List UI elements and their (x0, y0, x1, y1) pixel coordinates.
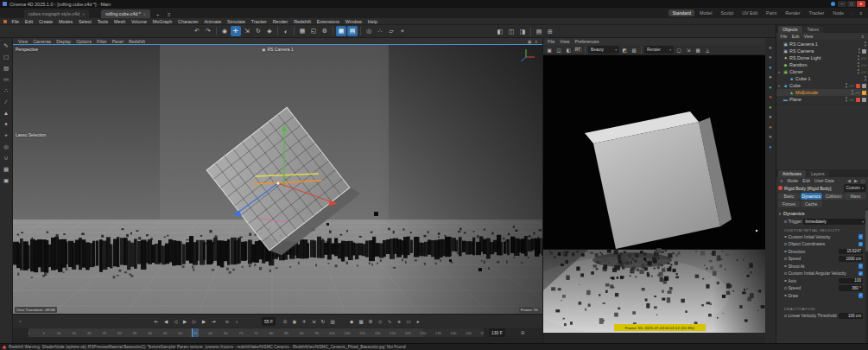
simulate-scene-toggle[interactable]: ▦ (336, 26, 346, 36)
visibility-dots[interactable] (865, 76, 866, 78)
layout-item-tracker[interactable]: Tracker (806, 10, 828, 16)
menu-select[interactable]: Select (75, 19, 94, 24)
object-item[interactable]: ▣RS Camera (776, 48, 868, 54)
model-mode-button[interactable]: ▢ (2, 52, 11, 61)
interface-menu-icon[interactable]: ≡ (858, 10, 865, 16)
attribute-tab-cache[interactable]: Cache (801, 200, 822, 207)
redo-button[interactable]: ↷ (203, 26, 213, 36)
quantize-toggle[interactable]: ∴ (375, 26, 385, 36)
range-end-field[interactable]: 130 F (489, 328, 505, 337)
tab-close-icon[interactable]: ✕ (143, 12, 146, 16)
menu-mesh[interactable]: Mesh (111, 19, 129, 24)
workplane-toggle[interactable]: ▱ (386, 26, 396, 36)
layout-single-view-button[interactable]: ◧ (495, 27, 505, 37)
viewport-solo-button[interactable]: ◎ (2, 142, 11, 151)
record-keyframe-button[interactable]: ⊙ (281, 316, 289, 326)
enabled-checks-icon[interactable]: ✓✓ (861, 70, 866, 74)
dopesheet-icon[interactable]: ≡ (395, 316, 403, 326)
keyframe-dot-icon[interactable] (784, 243, 787, 245)
viewport-menu-display[interactable]: Display (54, 39, 73, 44)
layout-item-standard[interactable]: Standard (668, 10, 694, 16)
ruler-options-icon[interactable]: ▭ (404, 316, 413, 326)
previous-key-button[interactable]: ◀ (162, 316, 170, 326)
parameter-select[interactable]: Immediately▾ (803, 219, 865, 225)
autokey-toggle[interactable]: ◉ (290, 316, 299, 326)
viewport-maximize-icon[interactable]: ▣ (526, 38, 533, 44)
menu-animate[interactable]: Animate (201, 19, 225, 24)
help-icon[interactable] (831, 2, 835, 6)
objects-menu-file[interactable]: File (778, 34, 789, 39)
layout-item-paint[interactable]: Paint (763, 10, 780, 16)
render-settings-button[interactable]: ⚙ (320, 26, 330, 36)
sound-toggle[interactable]: ♪ (232, 316, 241, 326)
keyframe-dot-icon[interactable] (784, 287, 787, 290)
gray-tag-icon[interactable] (862, 49, 866, 54)
object-manager-empty-area[interactable] (776, 104, 868, 169)
rt-toggle[interactable]: RT (573, 47, 582, 53)
render-view-canvas[interactable]: Frame: 55; 2025-07-03 00:01:12 (10.39s) (543, 55, 766, 333)
parameter-checkbox[interactable]: ✓ (858, 271, 864, 277)
gray-tag-icon[interactable] (862, 98, 866, 102)
timeline-zoom-icon[interactable]: ⊞ (519, 329, 526, 335)
parameter-key-toggle[interactable]: ▤ (328, 316, 337, 326)
attribute-tab-dynamics[interactable]: Dynamics (801, 193, 822, 200)
enabled-checks-icon[interactable]: ✓✓ (849, 84, 854, 88)
floor-icon[interactable]: ● (767, 73, 775, 81)
attributes-menu-edit[interactable]: Edit (801, 178, 813, 183)
save-image-icon[interactable]: ▣ (545, 46, 554, 54)
parameter-field[interactable]: 15.6247 (839, 249, 863, 255)
volume-icon[interactable]: ● (767, 113, 775, 121)
parameter-field[interactable]: 100 cm (839, 313, 863, 319)
menu-volume[interactable]: Volume (129, 19, 150, 24)
object-item[interactable]: ▲MoExtrude✓✓ (776, 89, 868, 96)
next-key-button[interactable]: ▶ (200, 316, 208, 326)
environment-icon[interactable]: ● (767, 83, 775, 91)
go-to-start-button[interactable]: ⇤ (152, 316, 161, 326)
enabled-checks-icon[interactable]: ✓✓ (855, 91, 860, 95)
content-browser-button[interactable]: ▤ (534, 27, 544, 37)
viewport[interactable]: Perspective ▣ RS Camera 1 Lasso Selectio… (13, 45, 542, 314)
edges-mode-button[interactable]: ∕ (2, 97, 11, 106)
keyframe-dot-icon[interactable] (784, 295, 787, 297)
live-selection-tool[interactable]: ◉ (219, 26, 230, 36)
objects-menu-edit[interactable]: Edit (789, 34, 801, 39)
marker-icon[interactable]: ◇ (376, 316, 384, 326)
layout-panel-button[interactable]: ◨ (517, 27, 528, 37)
interface-search-icon[interactable]: ◌ (849, 10, 856, 16)
keyframe-dot-icon[interactable] (784, 280, 787, 283)
visibility-dots[interactable] (846, 83, 847, 85)
menu-render[interactable]: Render (269, 19, 290, 24)
visibility-dots[interactable] (858, 62, 859, 64)
region-render-icon[interactable]: ▢ (675, 46, 683, 54)
tweak-mode-button[interactable]: ✦ (2, 119, 11, 129)
attribute-tab-forces[interactable]: Forces (778, 200, 800, 207)
viewport-options-icon[interactable]: ≡ (533, 38, 540, 44)
tab-close-icon[interactable]: ✕ (82, 12, 85, 16)
alpha-channel-icon[interactable]: ▨ (630, 46, 638, 54)
playhead[interactable] (192, 328, 199, 337)
previous-frame-button[interactable]: ◁ (171, 316, 180, 326)
menu-help[interactable]: Help (364, 19, 380, 24)
rotation-key-toggle[interactable]: ↻ (319, 316, 327, 326)
object-item[interactable]: ✦RS Dome Light✓✓ (776, 54, 868, 61)
keyframe-dot-icon[interactable] (784, 236, 787, 239)
render-region-button[interactable]: ◱ (308, 26, 319, 36)
menu-file[interactable]: File (9, 19, 22, 24)
attribute-tab-basic[interactable]: Basic (778, 193, 800, 200)
loop-playback-toggle[interactable]: ∞ (223, 316, 231, 326)
simulate-cache-toggle[interactable]: ▤ (347, 26, 358, 36)
enabled-checks-icon[interactable]: ✓✓ (861, 63, 866, 67)
tab-layers[interactable]: Layers (807, 170, 829, 177)
maximize-button[interactable]: ▢ (847, 1, 856, 7)
keyframe-dot-icon[interactable] (784, 272, 787, 275)
layout-item-node[interactable]: Node (829, 10, 847, 16)
snap-button[interactable]: ∪ (2, 153, 11, 162)
orange-tag-icon[interactable] (862, 91, 866, 95)
aov-select[interactable]: Beauty▾ (588, 46, 619, 54)
render-view-button[interactable]: ▦ (297, 26, 307, 36)
fcurve-icon[interactable]: ∿ (385, 316, 394, 326)
parameter-checkbox[interactable]: ✓ (858, 242, 864, 247)
make-editable-button[interactable]: ✎ (2, 41, 11, 50)
tab-takes[interactable]: Takes (803, 26, 824, 33)
object-item[interactable]: ▾■Cube✓✓ (776, 82, 868, 89)
